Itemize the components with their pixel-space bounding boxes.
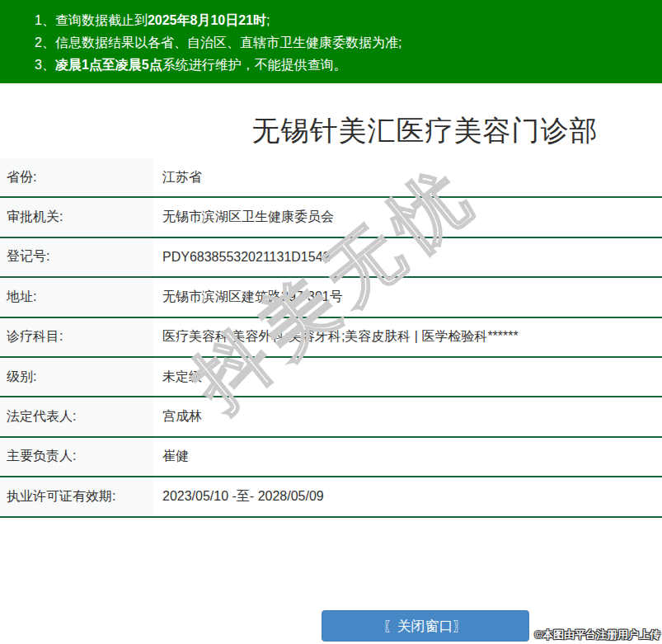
row-label: 审批机关: [0,198,153,236]
row-label: 执业许可证有效期: [0,477,153,515]
row-value: 无锡市滨湖区卫生健康委员会 [153,198,662,236]
row-label: 级别: [0,358,153,396]
row-label: 主要负责人: [0,438,153,476]
notice-2-pre: 2、信息数据结果以各省、自治区、直辖市卫生健康委数据为准; [35,35,401,49]
table-row-registration-number: 登记号: PDY68385532021131D1542 [0,238,662,278]
notice-1-bold: 2025年8月10日21时 [148,13,266,27]
close-window-button[interactable]: 〖关闭窗口〗 [322,610,529,642]
row-value: 无锡市滨湖区建筑路397-301号 [153,278,662,316]
row-label: 地址: [0,278,153,316]
table-row-province: 省份: 江苏省 [0,158,662,198]
table-row-treatment-subjects: 诊疗科目: 医疗美容科;美容外科;美容牙科;美容皮肤科 | 医学检验科*****… [0,318,662,358]
table-row-approval-authority: 审批机关: 无锡市滨湖区卫生健康委员会 [0,198,662,237]
row-label: 法定代表人: [0,397,153,435]
notice-line-3: 3、凌晨1点至凌晨5点系统进行维护，不能提供查询。 [35,54,654,76]
notice-3-pre: 3、 [35,58,55,72]
row-value: 江苏省 [153,158,662,196]
notice-1-post: ; [266,13,270,27]
row-value: 2023/05/10 -至- 2028/05/09 [153,477,662,515]
row-value: 未定级 [153,358,662,396]
row-label: 省份: [0,158,153,196]
row-value: 崔健 [153,438,662,476]
row-label: 登记号: [0,238,153,276]
row-label: 诊疗科目: [0,318,153,356]
upload-credit-watermark: ©本图由平台注册用户上传 [534,628,660,642]
row-value: 宫成林 [153,397,662,435]
notice-3-post: 系统进行维护，不能提供查询。 [162,58,347,72]
institution-info-table: 省份: 江苏省 审批机关: 无锡市滨湖区卫生健康委员会 登记号: PDY6838… [0,158,662,518]
notice-1-pre: 1、查询数据截止到 [35,13,148,27]
row-value: 医疗美容科;美容外科;美容牙科;美容皮肤科 | 医学检验科****** [153,318,662,356]
notice-3-bold: 凌晨1点至凌晨5点 [55,58,162,72]
table-row-license-validity: 执业许可证有效期: 2023/05/10 -至- 2028/05/09 [0,477,662,517]
row-value: PDY68385532021131D1542 [153,238,662,276]
notice-line-1: 1、查询数据截止到2025年8月10日21时; [35,9,654,31]
notice-line-2: 2、信息数据结果以各省、自治区、直辖市卫生健康委数据为准; [35,31,654,54]
table-row-address: 地址: 无锡市滨湖区建筑路397-301号 [0,278,662,317]
table-row-level: 级别: 未定级 [0,358,662,397]
table-row-legal-representative: 法定代表人: 宫成林 [0,397,662,437]
table-row-person-in-charge: 主要负责人: 崔健 [0,438,662,477]
page-title: 无锡针美汇医疗美容门诊部 [0,113,662,148]
notice-banner: 1、查询数据截止到2025年8月10日21时; 2、信息数据结果以各省、自治区、… [0,0,662,83]
